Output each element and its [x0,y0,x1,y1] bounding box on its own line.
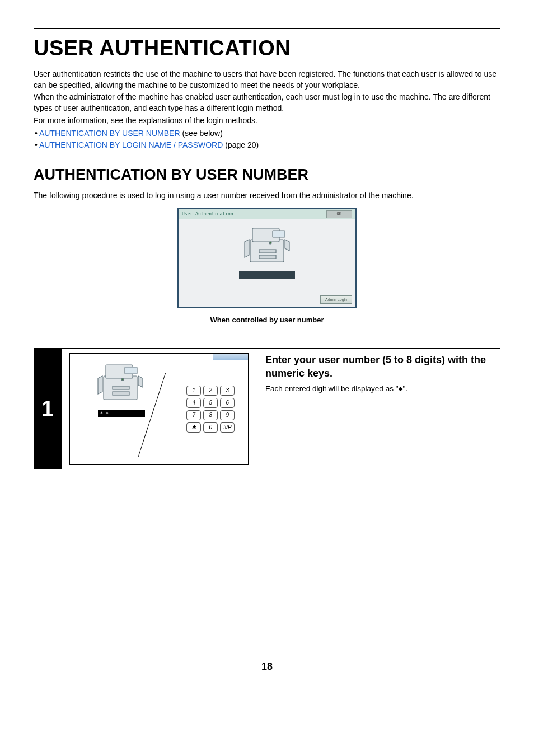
panel-header: User Authentication OK [179,209,355,219]
panel-footer: Admin Login [179,290,355,308]
link2-suffix: (page 20) [223,140,259,149]
key-0[interactable]: 0 [203,422,218,433]
step-heading: Enter your user number (5 to 8 digits) w… [265,353,500,381]
printer-icon-small [88,358,155,406]
admin-login-button[interactable]: Admin Login [320,295,352,304]
step-figure: ＊＊－－－－－－ 1 2 3 4 5 6 7 8 9 ✱ 0 #/P [69,353,249,465]
link-auth-login-password[interactable]: AUTHENTICATION BY LOGIN NAME / PASSWORD [39,140,223,149]
step-body-b: ". [403,384,408,393]
section-lead: The following procedure is used to log i… [34,190,500,201]
step-section: 1 ＊＊－－－－－－ [34,348,500,469]
panel-figure: User Authentication OK －－－－－－－ Admin Log… [34,208,500,326]
key-3[interactable]: 3 [220,386,235,396]
panel-header-title: User Authentication [182,211,233,217]
svg-rect-2 [273,231,285,237]
svg-rect-4 [259,255,276,259]
mask-field: －－－－－－－ [239,271,295,279]
intro-p3: For more information, see the explanatio… [34,115,500,126]
intro-p2: When the administrator of the machine ha… [34,92,500,114]
link-list: • AUTHENTICATION BY USER NUMBER (see bel… [35,128,500,151]
panel-body: －－－－－－－ [179,223,355,290]
figure-right: 1 2 3 4 5 6 7 8 9 ✱ 0 #/P [173,354,248,464]
top-rule [34,28,500,31]
key-9[interactable]: 9 [220,410,235,420]
key-5[interactable]: 5 [203,398,218,408]
step-text: Enter your user number (5 to 8 digits) w… [265,349,500,469]
printer-icon [233,223,301,267]
panel-caption: When controlled by user number [34,315,500,325]
svg-point-5 [269,242,271,244]
bullet-item-2: • AUTHENTICATION BY LOGIN NAME / PASSWOR… [35,140,500,151]
intro-block: User authentication restricts the use of… [34,69,500,126]
auth-panel: User Authentication OK －－－－－－－ Admin Log… [177,208,357,309]
key-7[interactable]: 7 [186,410,201,420]
step-body: Each entered digit will be displayed as … [265,383,500,395]
numeric-keypad: 1 2 3 4 5 6 7 8 9 ✱ 0 #/P [186,386,235,433]
key-4[interactable]: 4 [186,398,201,408]
svg-rect-9 [113,386,129,389]
ok-button[interactable]: OK [326,210,352,218]
key-8[interactable]: 8 [203,410,218,420]
svg-rect-10 [113,392,129,395]
page-number: 18 [34,660,500,674]
key-star[interactable]: ✱ [186,422,201,433]
key-hash[interactable]: #/P [220,422,235,433]
key-6[interactable]: 6 [220,398,235,408]
page-title: USER AUTHENTICATION [34,34,500,63]
figure-left: ＊＊－－－－－－ [70,354,173,464]
intro-p1: User authentication restricts the use of… [34,69,500,91]
svg-rect-3 [259,250,276,253]
link-auth-user-number[interactable]: AUTHENTICATION BY USER NUMBER [39,129,180,138]
bullet-item-1: • AUTHENTICATION BY USER NUMBER (see bel… [35,128,500,139]
step-body-a: Each entered digit will be displayed as … [265,384,398,393]
asterisk-icon: ✱ [398,384,402,393]
step-number: 1 [34,349,62,469]
svg-rect-8 [125,367,137,374]
section-title: AUTHENTICATION BY USER NUMBER [34,165,500,186]
link1-suffix: (see below) [180,129,223,138]
mask-entered: ＊＊－－－－－－ [98,410,145,418]
key-1[interactable]: 1 [186,386,201,396]
figure-scroll-decoration [213,354,248,360]
svg-point-11 [121,378,124,381]
key-2[interactable]: 2 [203,386,218,396]
